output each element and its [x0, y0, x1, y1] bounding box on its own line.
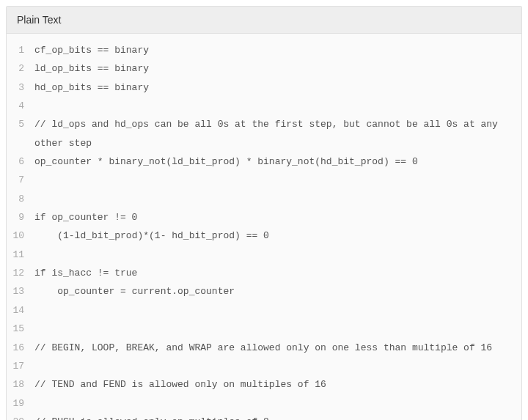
code-area[interactable]: 1cf_op_bits == binary2ld_op_bits == bina…: [7, 34, 521, 420]
code-line: 16// BEGIN, LOOP, BREAK, and WRAP are al…: [7, 339, 521, 357]
line-number: 13: [7, 282, 34, 301]
code-line: 6op_counter * binary_not(ld_bit_prod) * …: [7, 152, 521, 171]
line-content: [34, 246, 521, 264]
line-number: 15: [7, 320, 34, 338]
code-line: 9if op_counter != 0: [7, 208, 521, 226]
code-line: 20// PUSH is allowed only on multiples o…: [7, 413, 521, 420]
line-content: [34, 190, 521, 208]
line-content: // PUSH is allowed only on multiples of …: [34, 413, 521, 420]
code-line: 10 (1-ld_bit_prod)*(1- hd_bit_prod) == 0: [7, 226, 521, 245]
line-number: 7: [7, 171, 34, 189]
line-content: cf_op_bits == binary: [34, 41, 521, 59]
code-line: 17: [7, 357, 521, 375]
line-content: op_counter = current.op_counter: [34, 282, 521, 301]
code-line: 3hd_op_bits == binary: [7, 78, 521, 97]
line-number: 14: [7, 301, 34, 320]
code-line: 8: [7, 190, 521, 208]
line-number: 10: [7, 226, 34, 245]
line-content: hd_op_bits == binary: [34, 78, 521, 97]
line-content: [34, 394, 521, 413]
line-content: [34, 301, 521, 320]
line-content: // TEND and FEND is allowed only on mult…: [34, 375, 521, 394]
code-line: 7: [7, 171, 521, 189]
code-line: 14: [7, 301, 521, 320]
line-content: [34, 171, 521, 189]
code-line: 13 op_counter = current.op_counter: [7, 282, 521, 301]
line-number: 5: [7, 115, 34, 133]
language-label: Plain Text: [17, 14, 61, 26]
code-block-header: Plain Text: [7, 7, 521, 34]
line-number: 12: [7, 264, 34, 282]
line-number: 4: [7, 97, 34, 115]
code-line: 11: [7, 246, 521, 264]
code-line: 12if is_hacc != true: [7, 264, 521, 282]
code-block-container: Plain Text 1cf_op_bits == binary2ld_op_b…: [6, 6, 522, 420]
line-number: 8: [7, 190, 34, 208]
line-content: op_counter * binary_not(ld_bit_prod) * b…: [34, 152, 521, 171]
line-number: 11: [7, 246, 34, 264]
line-content: ld_op_bits == binary: [34, 59, 521, 78]
line-number: 17: [7, 357, 34, 375]
line-content: [34, 357, 521, 375]
code-line: 4: [7, 97, 521, 115]
code-line: 19: [7, 394, 521, 413]
line-number: 6: [7, 152, 34, 171]
line-content: [34, 320, 521, 338]
line-number: 3: [7, 78, 34, 97]
line-content: // BEGIN, LOOP, BREAK, and WRAP are allo…: [34, 339, 521, 357]
line-number: 2: [7, 59, 34, 78]
line-number: 1: [7, 41, 34, 59]
code-line: 1cf_op_bits == binary: [7, 41, 521, 59]
code-line: 5// ld_ops and hd_ops can be all 0s at t…: [7, 115, 521, 152]
code-line: 2ld_op_bits == binary: [7, 59, 521, 78]
line-number: 19: [7, 394, 34, 413]
line-number: 16: [7, 339, 34, 357]
line-content: [34, 97, 521, 115]
line-content: (1-ld_bit_prod)*(1- hd_bit_prod) == 0: [34, 226, 521, 245]
line-number: 9: [7, 208, 34, 226]
line-content: if op_counter != 0: [34, 208, 521, 226]
line-number: 20: [7, 413, 34, 420]
code-line: 15: [7, 320, 521, 338]
line-content: if is_hacc != true: [34, 264, 521, 282]
code-line: 18// TEND and FEND is allowed only on mu…: [7, 375, 521, 394]
line-content: // ld_ops and hd_ops can be all 0s at th…: [34, 115, 521, 152]
line-number: 18: [7, 375, 34, 394]
